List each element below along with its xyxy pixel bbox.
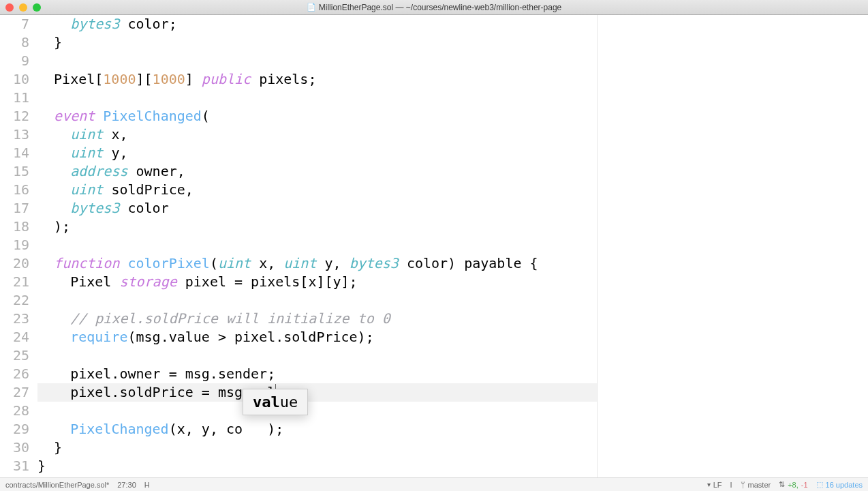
line-number: 9	[0, 52, 29, 70]
line-number: 31	[0, 457, 29, 475]
code-line[interactable]	[37, 52, 597, 70]
line-number: 13	[0, 125, 29, 144]
line-number: 7	[0, 15, 29, 33]
autocomplete-rest: ue	[280, 393, 298, 411]
code-line[interactable]: // pixel.soldPrice will initialize to 0	[37, 310, 597, 328]
status-git-diff[interactable]: ⇅ +8, -1	[779, 480, 807, 489]
code-line[interactable]: }	[37, 438, 597, 457]
line-number: 8	[0, 33, 29, 52]
status-encoding[interactable]: I	[730, 481, 732, 489]
code-line[interactable]: address owner,	[37, 162, 597, 181]
line-number: 10	[0, 70, 29, 89]
line-number: 16	[0, 181, 29, 199]
code-line[interactable]	[37, 291, 597, 310]
code-line[interactable]: uint x,	[37, 125, 597, 144]
status-updates[interactable]: ⬚ 16 updates	[816, 480, 863, 489]
line-number: 27	[0, 383, 29, 402]
line-number: 11	[0, 89, 29, 107]
autocomplete-popup[interactable]: value	[243, 389, 308, 415]
autocomplete-match: val	[253, 393, 280, 411]
code-line[interactable]: event PixelChanged(	[37, 107, 597, 125]
line-number: 25	[0, 346, 29, 365]
line-number: 17	[0, 199, 29, 218]
status-file-path[interactable]: contracts/MillionEtherPage.sol*	[5, 481, 109, 489]
code-line[interactable]: PixelChanged(x, y, co );	[37, 420, 597, 438]
status-git-branch[interactable]: ᛘ master	[741, 481, 771, 489]
window-titlebar: 📄 MillionEtherPage.sol — ~/courses/newli…	[0, 0, 868, 15]
code-line[interactable]: Pixel storage pixel = pixels[x][y];	[37, 273, 597, 291]
line-number: 21	[0, 273, 29, 291]
line-number: 29	[0, 420, 29, 438]
line-number: 19	[0, 236, 29, 254]
git-diff-icon: ⇅	[779, 480, 785, 489]
status-cursor-position[interactable]: 27:30	[117, 481, 136, 489]
line-number: 24	[0, 328, 29, 346]
line-number: 30	[0, 438, 29, 457]
line-number: 20	[0, 254, 29, 273]
code-line[interactable]	[37, 236, 597, 254]
window-title: 📄 MillionEtherPage.sol — ~/courses/newli…	[0, 3, 868, 12]
editor-area: 7891011121314151617181920212223242526272…	[0, 15, 868, 477]
document-icon: 📄	[307, 3, 316, 12]
code-line[interactable]	[37, 346, 597, 365]
line-number: 18	[0, 218, 29, 236]
code-line[interactable]: }	[37, 457, 597, 475]
code-line[interactable]: );	[37, 218, 597, 236]
line-number: 14	[0, 144, 29, 162]
code-line[interactable]: require(msg.value > pixel.soldPrice);	[37, 328, 597, 346]
line-number: 23	[0, 310, 29, 328]
package-icon: ⬚	[816, 480, 823, 489]
code-editor[interactable]: bytes3 color; } Pixel[1000][1000] public…	[37, 15, 598, 477]
code-line[interactable]: }	[37, 33, 597, 52]
code-line[interactable]: bytes3 color;	[37, 15, 597, 33]
editor-right-margin	[598, 15, 868, 477]
line-number: 12	[0, 107, 29, 125]
code-line[interactable]: uint soldPrice,	[37, 181, 597, 199]
line-number: 26	[0, 365, 29, 383]
line-number: 28	[0, 402, 29, 420]
status-bar: contracts/MillionEtherPage.sol* 27:30 H …	[0, 477, 868, 491]
code-line[interactable]	[37, 402, 597, 420]
status-line-ending[interactable]: ▾ LF	[707, 481, 722, 489]
code-line[interactable]: function colorPixel(uint x, uint y, byte…	[37, 254, 597, 273]
git-branch-icon: ᛘ	[741, 481, 745, 489]
code-line[interactable]: pixel.owner = msg.sender;	[37, 365, 597, 383]
chevron-down-icon: ▾	[707, 481, 711, 488]
status-mode: H	[144, 481, 150, 489]
line-number-gutter: 7891011121314151617181920212223242526272…	[0, 15, 37, 477]
window-title-text: MillionEtherPage.sol — ~/courses/newline…	[319, 3, 562, 12]
code-line[interactable]	[37, 89, 597, 107]
code-line[interactable]: Pixel[1000][1000] public pixels;	[37, 70, 597, 89]
line-number: 15	[0, 162, 29, 181]
code-line[interactable]: bytes3 color	[37, 199, 597, 218]
line-number: 22	[0, 291, 29, 310]
code-line[interactable]: pixel.soldPrice = msg.val	[37, 383, 597, 402]
code-line[interactable]: uint y,	[37, 144, 597, 162]
